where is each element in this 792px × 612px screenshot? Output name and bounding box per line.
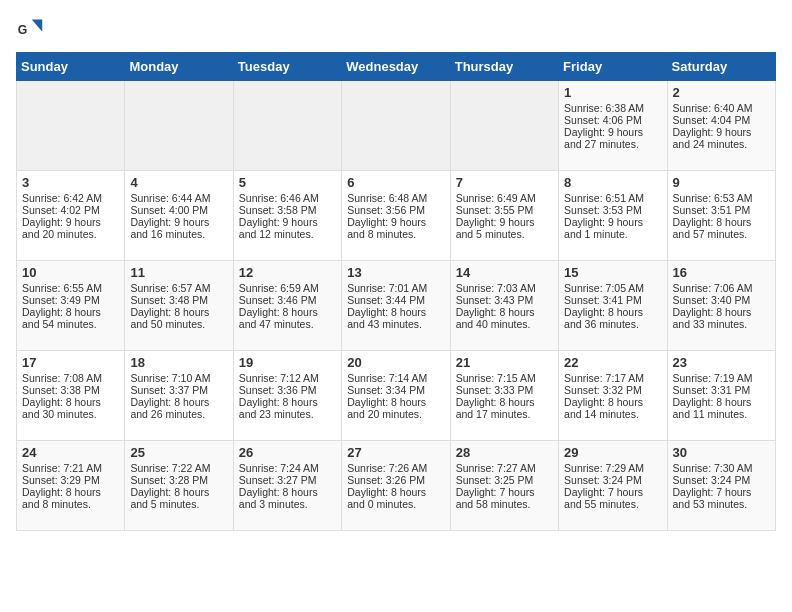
day-number: 5	[239, 175, 336, 190]
calendar-cell: 20Sunrise: 7:14 AMSunset: 3:34 PMDayligh…	[342, 351, 450, 441]
day-info: Sunrise: 7:19 AM	[673, 372, 770, 384]
day-info: Sunset: 3:33 PM	[456, 384, 553, 396]
calendar-table: SundayMondayTuesdayWednesdayThursdayFrid…	[16, 52, 776, 531]
day-info: Sunset: 3:31 PM	[673, 384, 770, 396]
day-info: Sunrise: 6:57 AM	[130, 282, 227, 294]
day-info: Sunrise: 6:38 AM	[564, 102, 661, 114]
day-number: 7	[456, 175, 553, 190]
day-info: Sunset: 3:44 PM	[347, 294, 444, 306]
day-number: 14	[456, 265, 553, 280]
day-info: Daylight: 9 hours and 24 minutes.	[673, 126, 770, 150]
day-info: Daylight: 8 hours and 5 minutes.	[130, 486, 227, 510]
calendar-cell: 12Sunrise: 6:59 AMSunset: 3:46 PMDayligh…	[233, 261, 341, 351]
day-number: 27	[347, 445, 444, 460]
day-info: Daylight: 8 hours and 54 minutes.	[22, 306, 119, 330]
day-info: Sunset: 3:37 PM	[130, 384, 227, 396]
calendar-cell	[125, 81, 233, 171]
calendar-cell: 9Sunrise: 6:53 AMSunset: 3:51 PMDaylight…	[667, 171, 775, 261]
day-info: Sunrise: 7:17 AM	[564, 372, 661, 384]
day-info: Sunset: 3:29 PM	[22, 474, 119, 486]
day-number: 19	[239, 355, 336, 370]
day-number: 17	[22, 355, 119, 370]
day-info: Sunrise: 7:08 AM	[22, 372, 119, 384]
calendar-cell: 15Sunrise: 7:05 AMSunset: 3:41 PMDayligh…	[559, 261, 667, 351]
day-number: 18	[130, 355, 227, 370]
calendar-header-row: SundayMondayTuesdayWednesdayThursdayFrid…	[17, 53, 776, 81]
calendar-cell: 13Sunrise: 7:01 AMSunset: 3:44 PMDayligh…	[342, 261, 450, 351]
calendar-cell: 23Sunrise: 7:19 AMSunset: 3:31 PMDayligh…	[667, 351, 775, 441]
day-info: Daylight: 9 hours and 20 minutes.	[22, 216, 119, 240]
calendar-cell	[450, 81, 558, 171]
day-number: 8	[564, 175, 661, 190]
calendar-cell: 22Sunrise: 7:17 AMSunset: 3:32 PMDayligh…	[559, 351, 667, 441]
day-info: Sunset: 3:56 PM	[347, 204, 444, 216]
day-info: Daylight: 9 hours and 12 minutes.	[239, 216, 336, 240]
day-info: Daylight: 9 hours and 5 minutes.	[456, 216, 553, 240]
day-info: Daylight: 9 hours and 1 minute.	[564, 216, 661, 240]
day-info: Sunrise: 6:40 AM	[673, 102, 770, 114]
calendar-cell: 5Sunrise: 6:46 AMSunset: 3:58 PMDaylight…	[233, 171, 341, 261]
day-info: Sunset: 3:55 PM	[456, 204, 553, 216]
calendar-cell: 28Sunrise: 7:27 AMSunset: 3:25 PMDayligh…	[450, 441, 558, 531]
day-info: Sunrise: 7:26 AM	[347, 462, 444, 474]
day-number: 26	[239, 445, 336, 460]
day-number: 25	[130, 445, 227, 460]
day-info: Sunset: 3:51 PM	[673, 204, 770, 216]
day-info: Daylight: 8 hours and 36 minutes.	[564, 306, 661, 330]
calendar-cell	[233, 81, 341, 171]
day-info: Sunset: 4:04 PM	[673, 114, 770, 126]
day-number: 15	[564, 265, 661, 280]
day-info: Sunset: 3:58 PM	[239, 204, 336, 216]
day-info: Daylight: 8 hours and 47 minutes.	[239, 306, 336, 330]
day-info: Sunset: 3:26 PM	[347, 474, 444, 486]
day-info: Sunrise: 7:12 AM	[239, 372, 336, 384]
day-info: Sunrise: 7:03 AM	[456, 282, 553, 294]
logo-icon: G	[16, 16, 44, 44]
day-number: 24	[22, 445, 119, 460]
calendar-cell: 4Sunrise: 6:44 AMSunset: 4:00 PMDaylight…	[125, 171, 233, 261]
day-number: 1	[564, 85, 661, 100]
calendar-cell	[342, 81, 450, 171]
day-info: Sunrise: 7:21 AM	[22, 462, 119, 474]
day-info: Sunrise: 7:27 AM	[456, 462, 553, 474]
calendar-cell: 1Sunrise: 6:38 AMSunset: 4:06 PMDaylight…	[559, 81, 667, 171]
day-info: Sunrise: 7:14 AM	[347, 372, 444, 384]
day-number: 23	[673, 355, 770, 370]
calendar-header-friday: Friday	[559, 53, 667, 81]
day-info: Sunrise: 6:59 AM	[239, 282, 336, 294]
day-number: 16	[673, 265, 770, 280]
calendar-cell: 19Sunrise: 7:12 AMSunset: 3:36 PMDayligh…	[233, 351, 341, 441]
day-info: Sunset: 3:25 PM	[456, 474, 553, 486]
day-number: 11	[130, 265, 227, 280]
calendar-header-tuesday: Tuesday	[233, 53, 341, 81]
calendar-header-monday: Monday	[125, 53, 233, 81]
calendar-week-2: 3Sunrise: 6:42 AMSunset: 4:02 PMDaylight…	[17, 171, 776, 261]
day-info: Sunrise: 7:05 AM	[564, 282, 661, 294]
day-number: 9	[673, 175, 770, 190]
day-info: Daylight: 7 hours and 55 minutes.	[564, 486, 661, 510]
day-info: Sunset: 3:24 PM	[673, 474, 770, 486]
day-info: Sunset: 3:43 PM	[456, 294, 553, 306]
calendar-cell: 26Sunrise: 7:24 AMSunset: 3:27 PMDayligh…	[233, 441, 341, 531]
calendar-cell: 25Sunrise: 7:22 AMSunset: 3:28 PMDayligh…	[125, 441, 233, 531]
day-info: Daylight: 8 hours and 20 minutes.	[347, 396, 444, 420]
day-number: 3	[22, 175, 119, 190]
day-info: Daylight: 8 hours and 23 minutes.	[239, 396, 336, 420]
calendar-cell	[17, 81, 125, 171]
calendar-header-thursday: Thursday	[450, 53, 558, 81]
day-info: Sunset: 4:06 PM	[564, 114, 661, 126]
day-number: 30	[673, 445, 770, 460]
day-info: Sunrise: 7:10 AM	[130, 372, 227, 384]
day-info: Sunrise: 6:48 AM	[347, 192, 444, 204]
calendar-cell: 3Sunrise: 6:42 AMSunset: 4:02 PMDaylight…	[17, 171, 125, 261]
svg-marker-1	[32, 20, 43, 32]
calendar-cell: 17Sunrise: 7:08 AMSunset: 3:38 PMDayligh…	[17, 351, 125, 441]
day-info: Sunrise: 6:44 AM	[130, 192, 227, 204]
day-info: Daylight: 8 hours and 50 minutes.	[130, 306, 227, 330]
day-info: Daylight: 7 hours and 53 minutes.	[673, 486, 770, 510]
day-info: Sunset: 4:00 PM	[130, 204, 227, 216]
calendar-cell: 7Sunrise: 6:49 AMSunset: 3:55 PMDaylight…	[450, 171, 558, 261]
day-info: Daylight: 9 hours and 8 minutes.	[347, 216, 444, 240]
day-info: Daylight: 8 hours and 57 minutes.	[673, 216, 770, 240]
day-info: Sunset: 3:24 PM	[564, 474, 661, 486]
